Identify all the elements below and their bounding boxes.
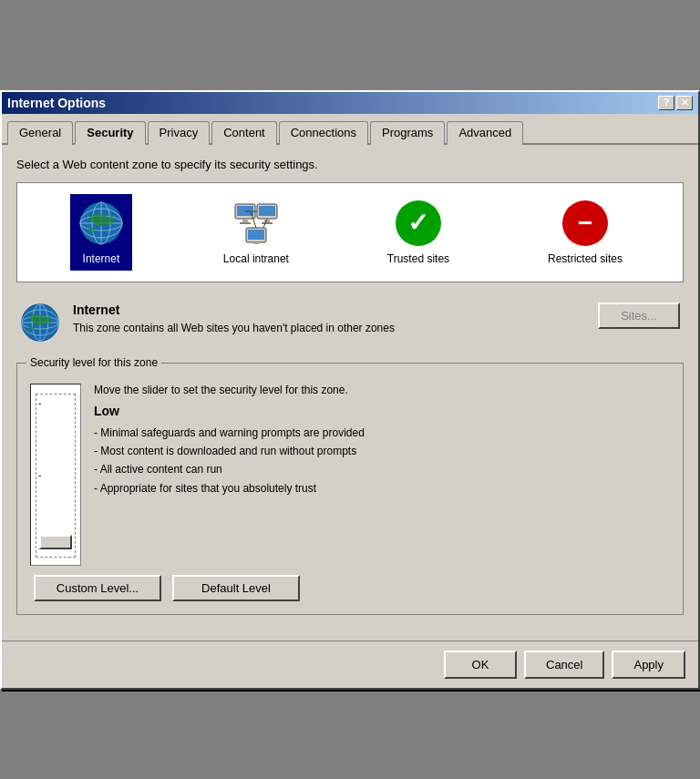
tab-content-area: Select a Web content zone to specify its…: [2, 145, 698, 641]
tab-connections[interactable]: Connections: [279, 121, 368, 145]
slider-tick-2: -: [36, 470, 41, 480]
svg-rect-15: [248, 230, 264, 240]
slider-content: Move the slider to set the security leve…: [94, 384, 670, 566]
security-group-legend: Security level for this zone: [26, 356, 161, 369]
slider-tick-1: -: [36, 398, 41, 408]
local-intranet-icon: [232, 200, 280, 247]
slider-track[interactable]: - - -: [30, 384, 81, 566]
tab-content[interactable]: Content: [211, 121, 277, 145]
slider-area: - - - Move the slider to set the securit…: [30, 384, 670, 566]
zone-info-area: Internet This zone contains all Web site…: [16, 295, 684, 350]
zone-trusted-sites[interactable]: ✓ Trusted sites: [380, 194, 457, 271]
security-buttons-row: Custom Level... Default Level: [30, 575, 670, 601]
zone-restricted-sites-label: Restricted sites: [548, 252, 623, 265]
zone-description: Select a Web content zone to specify its…: [16, 158, 684, 171]
security-level-title: Low: [94, 404, 670, 418]
restricted-sites-icon: −: [561, 200, 609, 247]
tab-privacy[interactable]: Privacy: [148, 121, 211, 145]
slider-thumb[interactable]: [39, 535, 72, 549]
zone-info-icon-globe: [20, 302, 60, 343]
zone-info-desc: This zone contains all Web sites you hav…: [73, 321, 585, 336]
security-bullet-2: - Most content is downloaded and run wit…: [94, 442, 670, 460]
svg-rect-8: [242, 219, 248, 222]
default-level-button[interactable]: Default Level: [172, 575, 300, 601]
footer-buttons: OK Cancel Apply: [2, 641, 698, 688]
window-title: Internet Options: [7, 96, 106, 110]
zone-internet-label: Internet: [83, 252, 120, 265]
security-bullet-1: - Minimal safeguards and warning prompts…: [94, 424, 670, 442]
zone-internet[interactable]: Internet: [70, 194, 132, 271]
zone-local-intranet-label: Local intranet: [223, 252, 289, 265]
svg-rect-9: [240, 222, 251, 224]
help-button[interactable]: ?: [658, 96, 674, 110]
security-bullet-3: - All active content can run: [94, 460, 670, 478]
security-desc: - Minimal safeguards and warning prompts…: [94, 424, 670, 498]
title-bar: Internet Options ? ✕: [2, 92, 698, 114]
internet-options-dialog: Internet Options ? ✕ General Security Pr…: [0, 90, 700, 690]
zone-info-title: Internet: [73, 302, 585, 317]
close-button[interactable]: ✕: [676, 96, 693, 110]
security-bullet-4: - Appropriate for sites that you absolut…: [94, 479, 670, 497]
slider-move-text: Move the slider to set the security leve…: [94, 384, 670, 396]
svg-rect-13: [262, 222, 273, 224]
svg-rect-11: [259, 206, 275, 216]
tab-programs[interactable]: Programs: [370, 121, 445, 145]
sites-button[interactable]: Sites...: [598, 302, 680, 329]
zone-info-text: Internet This zone contains all Web site…: [73, 302, 585, 336]
trusted-sites-icon: ✓: [395, 200, 442, 247]
internet-icon: [77, 200, 125, 247]
custom-level-button[interactable]: Custom Level...: [34, 575, 161, 601]
apply-button[interactable]: Apply: [612, 651, 685, 679]
tab-general[interactable]: General: [7, 121, 73, 145]
svg-rect-16: [253, 242, 259, 244]
zone-local-intranet[interactable]: Local intranet: [216, 194, 296, 271]
tab-security[interactable]: Security: [75, 121, 145, 145]
tab-bar: General Security Privacy Content Connect…: [2, 114, 698, 145]
zone-trusted-sites-label: Trusted sites: [387, 252, 449, 265]
slider-track-inner: - - -: [36, 394, 76, 558]
ok-button[interactable]: OK: [444, 651, 517, 679]
tab-advanced[interactable]: Advanced: [447, 121, 523, 145]
security-level-group: Security level for this zone - - - Move …: [16, 363, 684, 615]
zone-restricted-sites[interactable]: − Restricted sites: [540, 194, 630, 271]
zones-box: Internet: [16, 182, 684, 282]
title-bar-buttons: ? ✕: [658, 96, 693, 110]
cancel-button[interactable]: Cancel: [524, 651, 604, 679]
